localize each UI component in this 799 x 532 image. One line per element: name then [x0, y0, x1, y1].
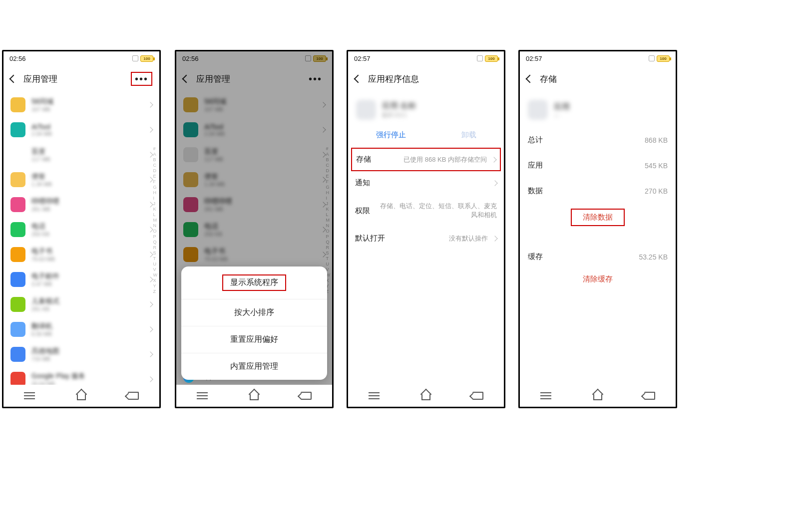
app-row[interactable]: 58同城107 MB: [3, 92, 159, 117]
menu-builtin-app-mgmt[interactable]: 内置应用管理: [181, 353, 327, 380]
alpha-index-letter[interactable]: D: [153, 168, 158, 173]
force-stop-button[interactable]: 强行停止: [376, 130, 406, 140]
alpha-index-letter[interactable]: E: [153, 174, 158, 179]
default-open-row[interactable]: 默认打开 没有默认操作: [348, 227, 504, 250]
cache-row: 缓存 53.25 KB: [520, 244, 676, 269]
app-row[interactable]: AiTool2.04 MB: [3, 117, 159, 142]
alpha-index-letter[interactable]: L: [153, 212, 158, 217]
home-icon[interactable]: [592, 391, 603, 400]
alpha-index-letter[interactable]: I: [326, 196, 331, 201]
menu-sort-by-size[interactable]: 按大小排序: [181, 299, 327, 326]
alpha-index-letter[interactable]: T: [326, 256, 331, 261]
alpha-index-letter[interactable]: I: [153, 196, 158, 201]
app-row[interactable]: 哔哩哔哩281 MB: [3, 192, 159, 217]
alpha-index[interactable]: #ABCDEFGHIJKLMNOPQRSTUVWXYZ: [153, 146, 158, 294]
back-icon[interactable]: [526, 75, 534, 83]
recent-apps-icon[interactable]: [540, 392, 551, 400]
alpha-index-letter[interactable]: U: [326, 262, 331, 266]
alpha-index-letter[interactable]: D: [326, 168, 331, 173]
storage-row[interactable]: 存储 已使用 868 KB 内部存储空间: [351, 148, 501, 171]
alpha-index-letter[interactable]: P: [326, 234, 331, 239]
more-menu-button[interactable]: •••: [131, 72, 152, 86]
alpha-index-letter[interactable]: N: [153, 223, 158, 228]
app-row[interactable]: 便签1.34 MB: [3, 167, 159, 192]
back-icon[interactable]: [354, 75, 363, 83]
home-icon[interactable]: [420, 391, 431, 400]
alpha-index-letter[interactable]: J: [326, 201, 331, 206]
alpha-index-letter[interactable]: A: [153, 152, 158, 157]
menu-show-system-apps[interactable]: 显示系统程序: [181, 266, 327, 299]
alpha-index-letter[interactable]: W: [153, 272, 158, 277]
alpha-index-letter[interactable]: Y: [153, 283, 158, 288]
alpha-index-letter[interactable]: L: [326, 212, 331, 217]
recent-apps-icon[interactable]: [24, 392, 35, 400]
alpha-index-letter[interactable]: P: [153, 234, 158, 239]
alpha-index-letter[interactable]: S: [153, 251, 158, 256]
alpha-index-letter[interactable]: M: [153, 218, 158, 223]
alpha-index-letter[interactable]: J: [153, 201, 158, 206]
clear-data-button[interactable]: 清除数据: [520, 204, 676, 231]
alpha-index-letter[interactable]: X: [153, 278, 158, 283]
permissions-row[interactable]: 权限 存储、电话、定位、短信、联系人、麦克风和相机: [348, 195, 504, 227]
app-row[interactable]: 翻译机6.50 MB: [3, 317, 159, 342]
home-icon[interactable]: [76, 391, 87, 400]
app-row[interactable]: 电子邮件3.47 MB: [3, 267, 159, 292]
alpha-index-letter[interactable]: S: [326, 251, 331, 256]
app-row[interactable]: 电子书79.63 MB: [176, 242, 332, 267]
app-icon: [10, 297, 25, 312]
recent-apps-icon[interactable]: [369, 392, 380, 400]
alpha-index-letter[interactable]: K: [153, 207, 158, 212]
app-row[interactable]: 百度117 MB: [176, 142, 332, 167]
back-nav-icon[interactable]: [301, 392, 312, 400]
back-nav-icon[interactable]: [644, 392, 655, 400]
back-nav-icon[interactable]: [472, 392, 483, 400]
alpha-index-letter[interactable]: O: [153, 229, 158, 234]
alpha-index-letter[interactable]: #: [326, 146, 331, 151]
alpha-index-letter[interactable]: R: [326, 245, 331, 250]
app-row[interactable]: 58同城107 MB: [176, 92, 332, 117]
app-row[interactable]: AiTool2.04 MB: [176, 117, 332, 142]
alpha-index-letter[interactable]: T: [153, 256, 158, 261]
alpha-index-letter[interactable]: G: [153, 185, 158, 190]
alpha-index-letter[interactable]: E: [326, 174, 331, 179]
alpha-index-letter[interactable]: B: [326, 157, 331, 162]
clear-cache-button[interactable]: 清除缓存: [520, 269, 676, 289]
alpha-index-letter[interactable]: C: [153, 163, 158, 168]
alpha-index-letter[interactable]: R: [153, 245, 158, 250]
notification-row[interactable]: 通知: [348, 171, 504, 195]
app-row[interactable]: 电话250 KB: [3, 217, 159, 242]
alpha-index-letter[interactable]: N: [326, 223, 331, 228]
alpha-index-letter[interactable]: Z: [153, 289, 158, 294]
alpha-index-letter[interactable]: Q: [153, 240, 158, 245]
more-menu-button[interactable]: •••: [306, 73, 325, 85]
alpha-index-letter[interactable]: Q: [326, 240, 331, 245]
menu-reset-preferences[interactable]: 重置应用偏好: [181, 326, 327, 353]
app-row[interactable]: 便签1.34 MB: [176, 167, 332, 192]
app-row[interactable]: 哔哩哔哩281 MB: [176, 192, 332, 217]
alpha-index-letter[interactable]: A: [326, 152, 331, 157]
alpha-index-letter[interactable]: M: [326, 218, 331, 223]
back-icon[interactable]: [9, 75, 18, 83]
alpha-index-letter[interactable]: H: [326, 190, 331, 195]
alpha-index-letter[interactable]: H: [153, 190, 158, 195]
back-icon[interactable]: [182, 75, 191, 83]
alpha-index-letter[interactable]: G: [326, 185, 331, 190]
alpha-index-letter[interactable]: K: [326, 207, 331, 212]
alpha-index-letter[interactable]: C: [326, 163, 331, 168]
recent-apps-icon[interactable]: [197, 392, 208, 400]
app-row[interactable]: 电子书79.63 MB: [3, 242, 159, 267]
alpha-index-letter[interactable]: O: [326, 229, 331, 234]
alpha-index-letter[interactable]: B: [153, 157, 158, 162]
app-row[interactable]: 电话250 KB: [176, 217, 332, 242]
app-row[interactable]: 儿童模式291 KB: [3, 292, 159, 317]
app-row[interactable]: 高德地图716 MB: [3, 342, 159, 367]
alpha-index-letter[interactable]: F: [326, 179, 331, 184]
app-row[interactable]: 百度117 MB: [3, 142, 159, 167]
alpha-index-letter[interactable]: U: [153, 262, 158, 266]
back-nav-icon[interactable]: [128, 392, 139, 400]
alpha-index-letter[interactable]: F: [153, 179, 158, 184]
uninstall-button[interactable]: 卸载: [461, 130, 476, 140]
alpha-index-letter[interactable]: #: [153, 146, 158, 151]
home-icon[interactable]: [249, 391, 260, 400]
alpha-index-letter[interactable]: V: [153, 267, 158, 272]
